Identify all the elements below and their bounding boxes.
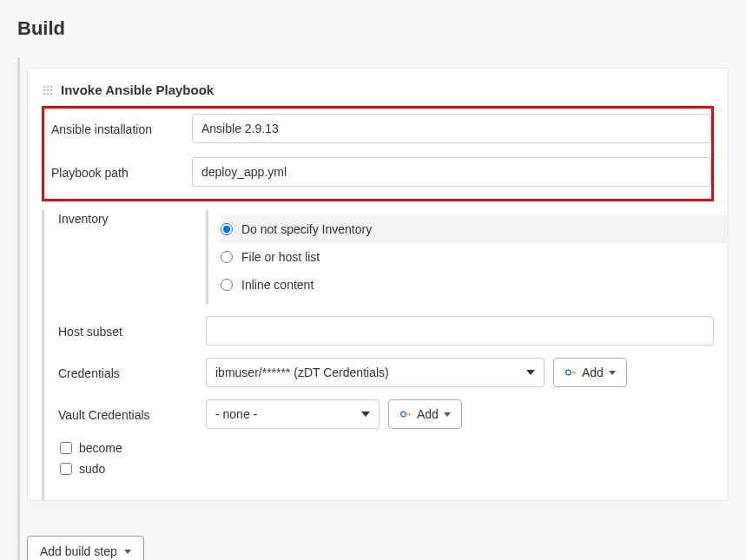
radio-label-inventory-inline: Inline content <box>241 278 314 292</box>
input-ansible-installation[interactable] <box>192 114 711 143</box>
row-credentials: Credentials ibmuser/****** (zDT Cerdenti… <box>58 358 714 387</box>
caret-down-icon <box>609 371 616 375</box>
radio-inventory-inline[interactable]: Inline content <box>221 271 714 299</box>
label-inventory: Inventory <box>58 210 188 226</box>
input-host-subset[interactable] <box>206 316 714 346</box>
radio-label-inventory-file: File or host list <box>241 250 320 264</box>
key-icon <box>564 366 577 379</box>
caret-down-icon <box>444 412 451 417</box>
build-step-card: Invoke Ansible Playbook Ansible installa… <box>27 68 729 501</box>
label-playbook-path: Playbook path <box>44 164 175 180</box>
svg-rect-5 <box>409 413 410 416</box>
checkbox-input-become[interactable] <box>60 442 72 454</box>
label-ansible-installation: Ansible installation <box>44 121 175 136</box>
footer-actions: Add build step <box>27 536 729 560</box>
add-vault-credentials-button[interactable]: Add <box>388 399 462 429</box>
select-credentials[interactable]: ibmuser/****** (zDT Cerdentials) <box>206 358 545 387</box>
drag-handle-icon[interactable] <box>42 84 54 96</box>
radio-inventory-none[interactable]: Do not specify Inventory <box>221 215 728 243</box>
checkbox-input-sudo[interactable] <box>60 463 72 475</box>
svg-rect-2 <box>574 372 575 374</box>
radio-input-inventory-inline[interactable] <box>221 279 233 291</box>
row-inventory: Inventory Do not specify Inventory File … <box>58 210 714 304</box>
build-step-header: Invoke Ansible Playbook <box>42 82 714 97</box>
key-icon <box>399 408 412 420</box>
label-vault-credentials: Vault Credentials <box>58 406 188 422</box>
row-host-subset: Host subset <box>58 316 714 346</box>
build-step-body: Inventory Do not specify Inventory File … <box>42 210 714 500</box>
row-ansible-installation: Ansible installation <box>44 110 711 147</box>
radio-inventory-file[interactable]: File or host list <box>221 243 714 271</box>
checkbox-label-sudo: sudo <box>79 462 105 476</box>
build-step-title: Invoke Ansible Playbook <box>61 82 214 97</box>
inventory-radio-group: Do not specify Inventory File or host li… <box>206 210 714 304</box>
radio-label-inventory-none: Do not specify Inventory <box>241 222 372 236</box>
svg-point-3 <box>401 412 406 417</box>
input-playbook-path[interactable] <box>192 157 711 187</box>
row-vault-credentials: Vault Credentials - none - Add <box>58 399 714 429</box>
build-steps-container: Invoke Ansible Playbook Ansible installa… <box>17 57 729 560</box>
caret-down-icon <box>124 550 131 554</box>
add-credentials-label: Add <box>582 366 604 379</box>
add-vault-credentials-label: Add <box>417 407 439 421</box>
radio-input-inventory-none[interactable] <box>221 223 233 235</box>
radio-input-inventory-file[interactable] <box>221 251 233 263</box>
page-title: Build <box>17 17 729 40</box>
checkbox-become[interactable]: become <box>58 441 714 455</box>
svg-point-0 <box>566 370 571 375</box>
highlighted-region: Ansible installation Playbook path <box>42 106 714 201</box>
row-playbook-path: Playbook path <box>44 154 711 190</box>
checkbox-label-become: become <box>79 441 122 455</box>
select-vault-credentials[interactable]: - none - <box>206 399 380 429</box>
add-credentials-button[interactable]: Add <box>553 358 627 387</box>
label-credentials: Credentials <box>58 365 188 380</box>
checkbox-sudo[interactable]: sudo <box>58 462 714 476</box>
add-build-step-label: Add build step <box>40 544 117 558</box>
label-host-subset: Host subset <box>58 323 188 339</box>
add-build-step-button[interactable]: Add build step <box>27 536 144 560</box>
